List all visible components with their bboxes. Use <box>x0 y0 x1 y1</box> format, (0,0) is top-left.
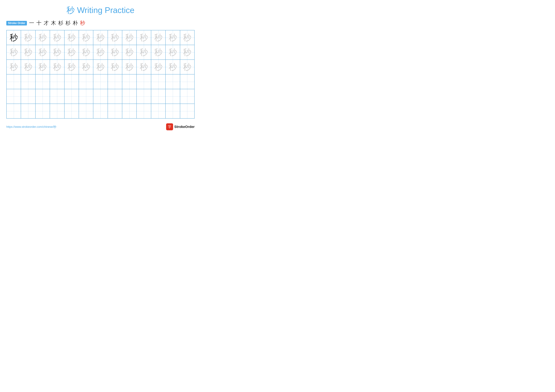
grid-cell[interactable] <box>151 89 166 104</box>
grid-cell[interactable] <box>108 104 122 118</box>
grid-cell[interactable]: 秒 <box>64 30 79 45</box>
grid-cell[interactable] <box>166 104 180 118</box>
grid-cell[interactable] <box>137 104 151 118</box>
grid-cell[interactable] <box>79 104 93 118</box>
grid-cell[interactable] <box>166 74 180 89</box>
char-ghost: 秒 <box>111 48 119 57</box>
grid-cell[interactable] <box>122 74 137 89</box>
grid-cell[interactable] <box>151 74 166 89</box>
grid-cell[interactable]: 秒 <box>137 30 151 45</box>
grid-cell[interactable]: 秒 <box>36 30 50 45</box>
grid-cell[interactable] <box>93 89 108 104</box>
grid-cell[interactable] <box>79 74 93 89</box>
grid-cell[interactable]: 秒 <box>108 30 122 45</box>
stroke-step-3: 才 <box>44 20 49 27</box>
grid-cell[interactable]: 秒 <box>93 45 108 60</box>
grid-cell[interactable] <box>166 89 180 104</box>
grid-cell[interactable]: 秒 <box>93 60 108 74</box>
stroke-step-6: 杉 <box>66 20 71 27</box>
grid-cell[interactable]: 秒 <box>93 30 108 45</box>
grid-cell[interactable]: 秒 <box>151 45 166 60</box>
char-ghost: 秒 <box>53 63 61 71</box>
grid-cell[interactable]: 秒 <box>108 45 122 60</box>
grid-cell[interactable] <box>108 89 122 104</box>
grid-cell[interactable] <box>93 104 108 118</box>
grid-cell[interactable] <box>180 104 194 118</box>
grid-cell[interactable] <box>50 104 64 118</box>
grid-cell[interactable]: 秒 <box>137 45 151 60</box>
grid-cell[interactable] <box>64 89 79 104</box>
grid-cell[interactable] <box>21 89 35 104</box>
grid-cell[interactable]: 秒 <box>50 45 64 60</box>
grid-cell[interactable] <box>122 89 137 104</box>
grid-cell[interactable] <box>7 104 21 118</box>
grid-cell[interactable] <box>50 89 64 104</box>
grid-cell[interactable]: 秒 <box>36 60 50 74</box>
grid-cell[interactable]: 秒 <box>21 45 35 60</box>
char-ghost: 秒 <box>38 34 47 42</box>
grid-cell[interactable]: 秒 <box>21 30 35 45</box>
footer-logo: 字 StrokeOrder <box>166 123 195 130</box>
grid-cell[interactable]: 秒 <box>166 45 180 60</box>
char-ghost: 秒 <box>125 48 133 57</box>
char-ghost: 秒 <box>53 34 61 42</box>
stroke-step-8: 秒 <box>80 20 85 27</box>
grid-cell[interactable]: 秒 <box>64 60 79 74</box>
char-ghost: 秒 <box>154 34 162 42</box>
grid-cell[interactable]: 秒 <box>36 45 50 60</box>
grid-cell[interactable] <box>21 104 35 118</box>
grid-cell[interactable] <box>180 89 194 104</box>
grid-cell[interactable]: 秒 <box>166 60 180 74</box>
grid-cell[interactable] <box>79 89 93 104</box>
grid-cell[interactable]: 秒 <box>180 60 194 74</box>
grid-cell[interactable] <box>36 89 50 104</box>
grid-cell[interactable]: 秒 <box>151 30 166 45</box>
grid-cell[interactable]: 秒 <box>151 60 166 74</box>
char-ghost: 秒 <box>24 48 32 57</box>
grid-cell[interactable]: 秒 <box>108 60 122 74</box>
grid-cell[interactable]: 秒 <box>122 60 137 74</box>
grid-cell[interactable] <box>64 74 79 89</box>
char-ghost: 秒 <box>183 48 191 57</box>
grid-cell[interactable]: 秒 <box>180 30 194 45</box>
stroke-step-2: 十 <box>37 20 41 27</box>
grid-cell[interactable] <box>151 104 166 118</box>
grid-cell[interactable]: 秒 <box>79 45 93 60</box>
grid-cell[interactable]: 秒 <box>7 45 21 60</box>
grid-cell[interactable]: 秒 <box>79 30 93 45</box>
grid-cell[interactable] <box>21 74 35 89</box>
grid-cell[interactable] <box>50 74 64 89</box>
grid-cell[interactable] <box>122 104 137 118</box>
grid-cell[interactable]: 秒 <box>122 45 137 60</box>
stroke-step-1: 一 <box>29 20 34 27</box>
char-ghost: 秒 <box>24 34 32 42</box>
grid-cell[interactable]: 秒 <box>7 30 21 45</box>
char-ghost: 秒 <box>154 48 162 57</box>
grid-cell[interactable] <box>137 89 151 104</box>
char-ghost: 秒 <box>67 48 76 57</box>
char-ghost: 秒 <box>111 63 119 71</box>
char-ghost: 秒 <box>82 63 90 71</box>
grid-cell[interactable] <box>137 74 151 89</box>
grid-cell[interactable]: 秒 <box>166 30 180 45</box>
grid-cell[interactable] <box>7 89 21 104</box>
grid-cell[interactable]: 秒 <box>7 60 21 74</box>
grid-cell[interactable] <box>93 74 108 89</box>
char-ghost: 秒 <box>67 63 76 71</box>
grid-cell[interactable]: 秒 <box>21 60 35 74</box>
grid-cell[interactable] <box>36 74 50 89</box>
grid-cell[interactable] <box>7 74 21 89</box>
char-ghost: 秒 <box>53 48 61 57</box>
grid-cell[interactable] <box>180 74 194 89</box>
grid-cell[interactable]: 秒 <box>64 45 79 60</box>
grid-cell[interactable] <box>108 74 122 89</box>
grid-cell[interactable]: 秒 <box>50 30 64 45</box>
grid-cell[interactable] <box>64 104 79 118</box>
grid-cell[interactable] <box>36 104 50 118</box>
grid-cell[interactable]: 秒 <box>79 60 93 74</box>
grid-cell[interactable]: 秒 <box>137 60 151 74</box>
grid-cell[interactable]: 秒 <box>50 60 64 74</box>
footer-url: https://www.strokeorder.com/chinese/秒 <box>6 125 56 129</box>
grid-cell[interactable]: 秒 <box>122 30 137 45</box>
grid-cell[interactable]: 秒 <box>180 45 194 60</box>
